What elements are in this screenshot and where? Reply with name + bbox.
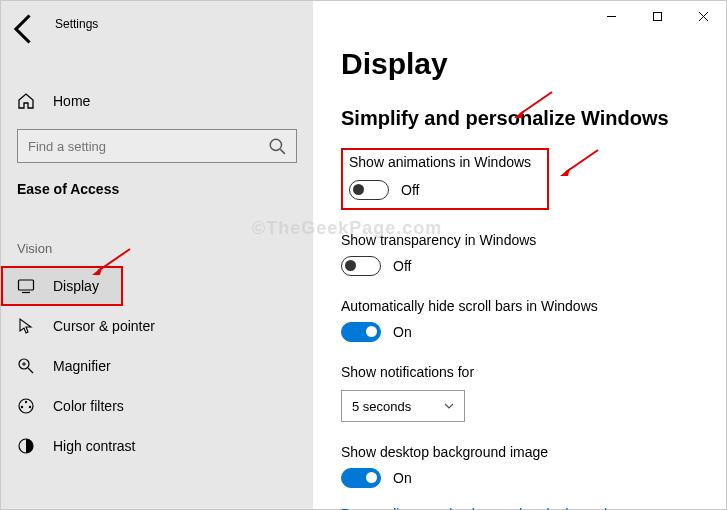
sidebar-item-cursor[interactable]: Cursor & pointer — [1, 306, 313, 346]
scroll-state: On — [393, 324, 412, 340]
svg-point-9 — [25, 401, 27, 403]
trans-toggle[interactable] — [341, 256, 381, 276]
group-vision: Vision — [1, 205, 313, 266]
content: Display Simplify and personalize Windows… — [313, 1, 726, 509]
section-title: Ease of Access — [1, 163, 313, 205]
bg-label: Show desktop background image — [341, 444, 726, 460]
svg-line-19 — [566, 150, 598, 172]
search-icon — [268, 137, 286, 155]
app-title: Settings — [55, 17, 98, 31]
scroll-toggle[interactable] — [341, 322, 381, 342]
sidebar-item-home[interactable]: Home — [1, 83, 313, 119]
anim-toggle[interactable] — [349, 180, 389, 200]
titlebar — [588, 1, 726, 31]
svg-point-11 — [29, 406, 31, 408]
anim-label: Show animations in Windows — [349, 154, 541, 170]
highcontrast-label: High contrast — [53, 438, 135, 454]
trans-state: Off — [393, 258, 411, 274]
sidebar: Settings Home Ease of Access Vision Disp… — [1, 1, 313, 509]
sidebar-item-magnifier[interactable]: Magnifier — [1, 346, 313, 386]
notif-dropdown[interactable]: 5 seconds — [341, 390, 465, 422]
notif-label: Show notifications for — [341, 364, 726, 380]
minimize-button[interactable] — [588, 1, 634, 31]
colorfilters-label: Color filters — [53, 398, 124, 414]
trans-label: Show transparency in Windows — [341, 232, 726, 248]
highcontrast-icon — [17, 437, 35, 455]
scroll-label: Automatically hide scroll bars in Window… — [341, 298, 726, 314]
sidebar-item-highcontrast[interactable]: High contrast — [1, 426, 313, 466]
display-label: Display — [53, 278, 99, 294]
svg-point-0 — [270, 139, 281, 150]
search-input[interactable] — [28, 139, 248, 154]
home-label: Home — [53, 93, 90, 109]
maximize-button[interactable] — [634, 1, 680, 31]
annotation-arrow — [512, 90, 554, 122]
svg-point-10 — [21, 406, 23, 408]
svg-rect-2 — [19, 280, 34, 290]
cursor-label: Cursor & pointer — [53, 318, 155, 334]
anim-state: Off — [401, 182, 419, 198]
svg-rect-14 — [653, 12, 661, 20]
magnifier-icon — [17, 357, 35, 375]
personalize-link[interactable]: Personalize your background and other co… — [341, 506, 726, 510]
svg-line-17 — [98, 249, 130, 271]
bg-toggle[interactable] — [341, 468, 381, 488]
notif-value: 5 seconds — [352, 399, 411, 414]
search-box[interactable] — [17, 129, 297, 163]
close-button[interactable] — [680, 1, 726, 31]
annotation-arrow — [558, 148, 600, 180]
svg-line-5 — [28, 368, 33, 373]
sidebar-item-colorfilters[interactable]: Color filters — [1, 386, 313, 426]
annotation-arrow — [90, 247, 132, 279]
chevron-down-icon — [444, 401, 454, 411]
svg-line-18 — [520, 92, 552, 114]
svg-line-1 — [280, 149, 285, 154]
page-title: Display — [341, 47, 726, 81]
highlight-animations: Show animations in Windows Off — [341, 148, 549, 210]
back-button[interactable] — [7, 15, 43, 43]
cursor-icon — [17, 317, 35, 335]
home-icon — [17, 92, 35, 110]
monitor-icon — [17, 277, 35, 295]
colorfilters-icon — [17, 397, 35, 415]
bg-state: On — [393, 470, 412, 486]
magnifier-label: Magnifier — [53, 358, 111, 374]
